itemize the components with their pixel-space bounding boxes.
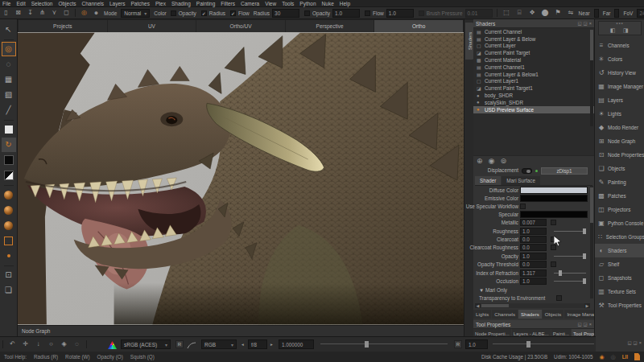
float-icon[interactable]: ◲ xyxy=(634,340,638,345)
new-project-icon[interactable]: ▯ xyxy=(2,9,10,17)
clone-sphere-tool[interactable] xyxy=(2,187,16,202)
wireframe-cube-icon[interactable]: ⬚ xyxy=(503,9,510,17)
symmetry-icon[interactable]: ❖ xyxy=(529,9,536,17)
metallic-input[interactable]: 0.007 xyxy=(520,219,547,226)
viewport-tab[interactable]: Ortho xyxy=(374,20,463,32)
paint-tool[interactable]: ◎ xyxy=(2,42,16,56)
marquee-select-tool[interactable]: ▧ xyxy=(2,88,16,102)
pin-icon[interactable]: ◱ xyxy=(577,322,581,327)
menu-item[interactable]: Ptex xyxy=(155,1,166,6)
scroll-left-arrow[interactable]: ◀ xyxy=(475,303,481,308)
palette-selection-groups[interactable]: ∷ Selection Groups xyxy=(595,230,644,244)
display-toggle[interactable]: Opacity xyxy=(171,10,196,16)
close-icon[interactable]: × xyxy=(639,340,642,345)
gain-field[interactable]: 1.000000 xyxy=(279,339,314,349)
gamma-curve-icon[interactable] xyxy=(187,342,196,349)
menu-item[interactable]: View xyxy=(265,1,276,6)
background-swatch[interactable] xyxy=(2,153,16,167)
paint-through-tool[interactable] xyxy=(2,203,16,217)
toolbar-separator[interactable] xyxy=(75,9,76,17)
palette-modo-render[interactable]: ◆ Modo Render xyxy=(595,121,644,134)
menu-item[interactable]: Patches xyxy=(130,1,150,6)
pin-icon[interactable]: ◱ xyxy=(627,340,631,345)
projection-tool[interactable]: ⊡ xyxy=(2,268,16,282)
palette-node-properties[interactable]: ⊡ Node Properties xyxy=(595,148,644,162)
dock-left-icon[interactable]: ◧ xyxy=(610,27,616,34)
shader-list-item[interactable]: ▤ Current Channel xyxy=(473,28,594,35)
float-icon[interactable]: ◲ xyxy=(584,322,588,327)
mirror-icon[interactable]: ⇋ xyxy=(568,9,575,17)
display-toggle[interactable]: Radius xyxy=(201,10,225,16)
roughness-input[interactable]: 1.0 xyxy=(520,228,547,235)
brush-tip-preview-icon[interactable]: ● xyxy=(93,9,100,17)
palette-bottom-tab[interactable]: Shaders xyxy=(518,310,542,319)
palette-bottom-tab[interactable]: Channels xyxy=(492,310,518,319)
palette-bottom-tab[interactable]: Objects xyxy=(543,310,564,319)
palette-colors[interactable]: ✳ Colors xyxy=(595,52,644,66)
viewport-canvas[interactable] xyxy=(18,32,464,325)
add-shader-icon[interactable]: ⊕ xyxy=(477,157,483,165)
exposure-up-arrow[interactable]: ▸ xyxy=(270,342,273,347)
clearcoat-roughness-input[interactable]: 0.0 xyxy=(520,244,547,251)
bar-separator[interactable] xyxy=(86,340,87,348)
opacity-threshold-input[interactable]: 0.0 xyxy=(520,261,547,268)
checkbox[interactable] xyxy=(171,10,176,16)
pin-icon[interactable]: ◱ xyxy=(577,21,581,26)
menu-item[interactable]: Layers xyxy=(109,1,126,6)
menu-item[interactable]: File xyxy=(2,1,10,6)
shader-list-item[interactable]: ● body_SHDR xyxy=(473,92,594,99)
specular-color-swatch[interactable] xyxy=(520,211,588,218)
projector-icon[interactable]: ⌸ xyxy=(516,9,523,17)
palette-image-manager[interactable]: ▦ Image Manager xyxy=(595,80,644,93)
dock-right-icon[interactable]: ◨ xyxy=(623,27,629,34)
shader-properties-tab[interactable]: Mari Surface xyxy=(502,176,540,185)
menu-item[interactable]: Python xyxy=(299,1,316,6)
color-triangle-icon[interactable] xyxy=(108,341,117,349)
clearcoat-input[interactable]: 0.0 xyxy=(520,236,547,243)
blur-tool[interactable]: ◌ xyxy=(2,57,16,72)
node-graph-panel-bar[interactable]: Node Graph xyxy=(18,325,464,336)
shader-list-item[interactable]: ◪ Current Paint Target1 xyxy=(473,84,594,92)
shader-list-item[interactable]: ● scalySkin_SHDR xyxy=(473,99,594,106)
tool-properties-header[interactable]: Tool Properties ◱ ◲ × xyxy=(473,320,594,329)
opacity-slider[interactable] xyxy=(554,253,586,260)
index-of-refraction-input[interactable]: 1.317 xyxy=(520,269,547,277)
shader-ball-icon[interactable]: ◉ xyxy=(489,157,495,165)
exposure-field[interactable]: f/8 xyxy=(248,339,267,349)
palette-texture-sets[interactable]: ▥ Texture Sets xyxy=(595,285,644,298)
viewport-tab[interactable]: Projects xyxy=(19,20,107,32)
opacity-input[interactable]: 1.0 xyxy=(520,253,547,260)
pivot-dot[interactable] xyxy=(2,249,16,263)
dashed-circle-icon[interactable]: ◌ xyxy=(73,340,80,348)
viewport-tab[interactable]: UV xyxy=(108,20,196,32)
reset-value-button[interactable]: R xyxy=(454,340,462,348)
displacement-node-button[interactable]: zDisp1 xyxy=(541,167,588,175)
occlusion-input[interactable]: 1.0 xyxy=(520,278,547,285)
gamma-field[interactable]: 1.0 xyxy=(465,339,488,349)
emissive-color-swatch[interactable] xyxy=(520,195,588,202)
shader-list-item[interactable]: ▢ Current Layer1 xyxy=(473,78,594,85)
properties-scrollbar[interactable] xyxy=(590,186,593,298)
checkbox[interactable] xyxy=(419,10,424,16)
value-input[interactable]: 1.0 xyxy=(386,9,414,18)
close-project-icon[interactable]: ⊠ xyxy=(14,9,22,17)
connect-nodes-icon[interactable]: ⋔ xyxy=(39,9,46,17)
toolbar-separator[interactable] xyxy=(497,9,497,17)
float-icon[interactable]: ◲ xyxy=(584,21,588,26)
palette-patches[interactable]: ▩ Patches xyxy=(595,189,644,203)
channel-display-select[interactable]: RGB▾ xyxy=(201,339,237,349)
foreground-swatch[interactable] xyxy=(2,122,16,137)
grid-warp-tool[interactable]: ▦ xyxy=(2,72,16,87)
remove-shader-icon[interactable]: ⊚ xyxy=(500,157,506,165)
menu-item[interactable]: Selection xyxy=(31,1,53,6)
gradient-sphere-tool[interactable] xyxy=(2,218,16,232)
viewport-tab[interactable]: Ortho/UV xyxy=(196,20,285,32)
display-toggle[interactable]: Flow xyxy=(230,10,250,16)
transparency-to-environment-checkbox[interactable] xyxy=(556,295,562,301)
paint-buffer-frame[interactable] xyxy=(2,233,16,248)
vector-line-tool[interactable]: ╱ xyxy=(2,103,16,117)
palette-tool-properties[interactable]: ⚒ Tool Properties xyxy=(595,298,644,312)
menu-item[interactable]: Painting xyxy=(196,1,216,6)
reset-colorspace-button[interactable]: R xyxy=(175,340,184,348)
close-icon[interactable]: × xyxy=(589,322,592,327)
